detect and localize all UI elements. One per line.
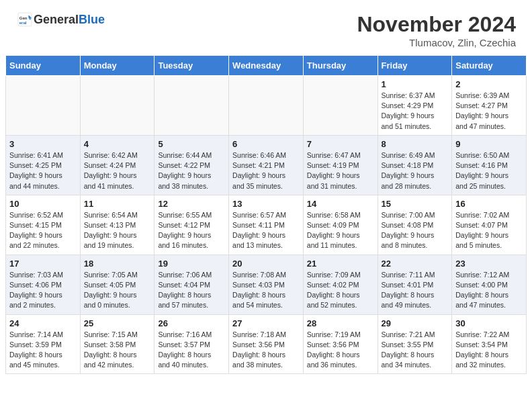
day-number: 14 xyxy=(307,199,374,209)
calendar-cell xyxy=(80,76,154,136)
day-number: 12 xyxy=(158,199,225,209)
cell-detail: Sunrise: 7:05 AM Sunset: 4:05 PM Dayligh… xyxy=(84,270,151,311)
calendar-cell: 21Sunrise: 7:09 AM Sunset: 4:02 PM Dayli… xyxy=(303,255,378,314)
cell-detail: Sunrise: 6:41 AM Sunset: 4:25 PM Dayligh… xyxy=(9,150,77,191)
svg-text:eral: eral xyxy=(19,21,27,25)
calendar-cell xyxy=(6,76,81,136)
calendar-cell: 13Sunrise: 6:57 AM Sunset: 4:11 PM Dayli… xyxy=(229,195,304,255)
calendar-cell: 23Sunrise: 7:12 AM Sunset: 4:00 PM Dayli… xyxy=(452,255,527,314)
calendar-header: Sunday Monday Tuesday Wednesday Thursday… xyxy=(6,56,527,76)
calendar-cell: 19Sunrise: 7:06 AM Sunset: 4:04 PM Dayli… xyxy=(154,255,229,314)
calendar-cell: 14Sunrise: 6:58 AM Sunset: 4:09 PM Dayli… xyxy=(303,195,378,255)
cell-detail: Sunrise: 7:08 AM Sunset: 4:03 PM Dayligh… xyxy=(232,270,300,311)
day-number: 22 xyxy=(382,259,449,269)
header-friday: Friday xyxy=(378,56,452,76)
calendar-cell: 16Sunrise: 7:02 AM Sunset: 4:07 PM Dayli… xyxy=(452,195,527,255)
cell-detail: Sunrise: 6:52 AM Sunset: 4:15 PM Dayligh… xyxy=(9,210,77,251)
day-number: 6 xyxy=(232,139,300,149)
calendar-cell: 25Sunrise: 7:15 AM Sunset: 3:58 PM Dayli… xyxy=(80,314,154,374)
header-wednesday: Wednesday xyxy=(229,56,304,76)
calendar-cell: 4Sunrise: 6:42 AM Sunset: 4:24 PM Daylig… xyxy=(80,135,154,195)
calendar-week-1: 1Sunrise: 6:37 AM Sunset: 4:29 PM Daylig… xyxy=(6,76,527,136)
calendar-cell: 3Sunrise: 6:41 AM Sunset: 4:25 PM Daylig… xyxy=(6,135,81,195)
cell-detail: Sunrise: 6:50 AM Sunset: 4:16 PM Dayligh… xyxy=(455,150,523,191)
cell-detail: Sunrise: 6:55 AM Sunset: 4:12 PM Dayligh… xyxy=(158,210,225,251)
day-number: 16 xyxy=(455,199,523,209)
calendar-cell: 18Sunrise: 7:05 AM Sunset: 4:05 PM Dayli… xyxy=(80,255,154,314)
cell-detail: Sunrise: 6:58 AM Sunset: 4:09 PM Dayligh… xyxy=(307,210,374,251)
page-header: Gen eral GeneralBlue November 2024 Tluma… xyxy=(0,0,532,55)
cell-detail: Sunrise: 6:42 AM Sunset: 4:24 PM Dayligh… xyxy=(84,150,151,191)
cell-detail: Sunrise: 7:22 AM Sunset: 3:54 PM Dayligh… xyxy=(455,330,523,371)
day-number: 13 xyxy=(232,199,300,209)
cell-detail: Sunrise: 6:37 AM Sunset: 4:29 PM Dayligh… xyxy=(382,91,449,132)
cell-detail: Sunrise: 6:39 AM Sunset: 4:27 PM Dayligh… xyxy=(455,91,523,132)
calendar-cell: 11Sunrise: 6:54 AM Sunset: 4:13 PM Dayli… xyxy=(80,195,154,255)
cell-detail: Sunrise: 6:47 AM Sunset: 4:19 PM Dayligh… xyxy=(307,150,374,191)
cell-detail: Sunrise: 7:19 AM Sunset: 3:56 PM Dayligh… xyxy=(307,330,374,371)
days-of-week-row: Sunday Monday Tuesday Wednesday Thursday… xyxy=(6,56,527,76)
calendar-cell xyxy=(229,76,304,136)
calendar-body: 1Sunrise: 6:37 AM Sunset: 4:29 PM Daylig… xyxy=(6,76,527,374)
day-number: 5 xyxy=(158,139,225,149)
calendar-cell: 2Sunrise: 6:39 AM Sunset: 4:27 PM Daylig… xyxy=(452,76,527,136)
day-number: 26 xyxy=(158,318,225,328)
day-number: 10 xyxy=(9,199,77,209)
calendar-cell: 17Sunrise: 7:03 AM Sunset: 4:06 PM Dayli… xyxy=(6,255,81,314)
cell-detail: Sunrise: 7:06 AM Sunset: 4:04 PM Dayligh… xyxy=(158,270,225,311)
calendar-cell: 5Sunrise: 6:44 AM Sunset: 4:22 PM Daylig… xyxy=(154,135,229,195)
calendar-cell: 9Sunrise: 6:50 AM Sunset: 4:16 PM Daylig… xyxy=(452,135,527,195)
cell-detail: Sunrise: 7:14 AM Sunset: 3:59 PM Dayligh… xyxy=(9,330,77,371)
cell-detail: Sunrise: 7:11 AM Sunset: 4:01 PM Dayligh… xyxy=(382,270,449,311)
day-number: 21 xyxy=(307,259,374,269)
cell-detail: Sunrise: 7:09 AM Sunset: 4:02 PM Dayligh… xyxy=(307,270,374,311)
calendar-cell: 6Sunrise: 6:46 AM Sunset: 4:21 PM Daylig… xyxy=(229,135,304,195)
header-saturday: Saturday xyxy=(452,56,527,76)
cell-detail: Sunrise: 6:46 AM Sunset: 4:21 PM Dayligh… xyxy=(232,150,300,191)
location: Tlumacov, Zlin, Czechia xyxy=(357,37,516,48)
day-number: 11 xyxy=(84,199,151,209)
day-number: 27 xyxy=(232,318,300,328)
day-number: 4 xyxy=(84,139,151,149)
day-number: 2 xyxy=(455,79,523,89)
calendar-cell: 12Sunrise: 6:55 AM Sunset: 4:12 PM Dayli… xyxy=(154,195,229,255)
calendar-cell: 10Sunrise: 6:52 AM Sunset: 4:15 PM Dayli… xyxy=(6,195,81,255)
calendar-cell xyxy=(154,76,229,136)
calendar-table: Sunday Monday Tuesday Wednesday Thursday… xyxy=(5,55,527,374)
header-thursday: Thursday xyxy=(303,56,378,76)
calendar-cell: 7Sunrise: 6:47 AM Sunset: 4:19 PM Daylig… xyxy=(303,135,378,195)
calendar-week-4: 17Sunrise: 7:03 AM Sunset: 4:06 PM Dayli… xyxy=(6,255,527,314)
day-number: 8 xyxy=(382,139,449,149)
logo: Gen eral GeneralBlue xyxy=(16,12,105,27)
cell-detail: Sunrise: 7:03 AM Sunset: 4:06 PM Dayligh… xyxy=(9,270,77,311)
day-number: 28 xyxy=(307,318,374,328)
day-number: 25 xyxy=(84,318,151,328)
cell-detail: Sunrise: 7:00 AM Sunset: 4:08 PM Dayligh… xyxy=(382,210,449,251)
calendar-cell: 1Sunrise: 6:37 AM Sunset: 4:29 PM Daylig… xyxy=(378,76,452,136)
calendar-cell: 22Sunrise: 7:11 AM Sunset: 4:01 PM Dayli… xyxy=(378,255,452,314)
calendar-week-2: 3Sunrise: 6:41 AM Sunset: 4:25 PM Daylig… xyxy=(6,135,527,195)
calendar-week-5: 24Sunrise: 7:14 AM Sunset: 3:59 PM Dayli… xyxy=(6,314,527,374)
calendar-cell: 29Sunrise: 7:21 AM Sunset: 3:55 PM Dayli… xyxy=(378,314,452,374)
calendar-cell xyxy=(303,76,378,136)
month-title: November 2024 xyxy=(357,12,516,37)
cell-detail: Sunrise: 6:54 AM Sunset: 4:13 PM Dayligh… xyxy=(84,210,151,251)
day-number: 9 xyxy=(455,139,523,149)
cell-detail: Sunrise: 7:16 AM Sunset: 3:57 PM Dayligh… xyxy=(158,330,225,371)
header-tuesday: Tuesday xyxy=(154,56,229,76)
cell-detail: Sunrise: 6:57 AM Sunset: 4:11 PM Dayligh… xyxy=(232,210,300,251)
day-number: 15 xyxy=(382,199,449,209)
calendar-cell: 28Sunrise: 7:19 AM Sunset: 3:56 PM Dayli… xyxy=(303,314,378,374)
day-number: 23 xyxy=(455,259,523,269)
cell-detail: Sunrise: 6:44 AM Sunset: 4:22 PM Dayligh… xyxy=(158,150,225,191)
cell-detail: Sunrise: 7:21 AM Sunset: 3:55 PM Dayligh… xyxy=(382,330,449,371)
day-number: 19 xyxy=(158,259,225,269)
cell-detail: Sunrise: 7:15 AM Sunset: 3:58 PM Dayligh… xyxy=(84,330,151,371)
calendar-cell: 8Sunrise: 6:49 AM Sunset: 4:18 PM Daylig… xyxy=(378,135,452,195)
calendar-cell: 24Sunrise: 7:14 AM Sunset: 3:59 PM Dayli… xyxy=(6,314,81,374)
day-number: 3 xyxy=(9,139,77,149)
day-number: 7 xyxy=(307,139,374,149)
calendar-cell: 30Sunrise: 7:22 AM Sunset: 3:54 PM Dayli… xyxy=(452,314,527,374)
day-number: 17 xyxy=(9,259,77,269)
header-sunday: Sunday xyxy=(6,56,81,76)
